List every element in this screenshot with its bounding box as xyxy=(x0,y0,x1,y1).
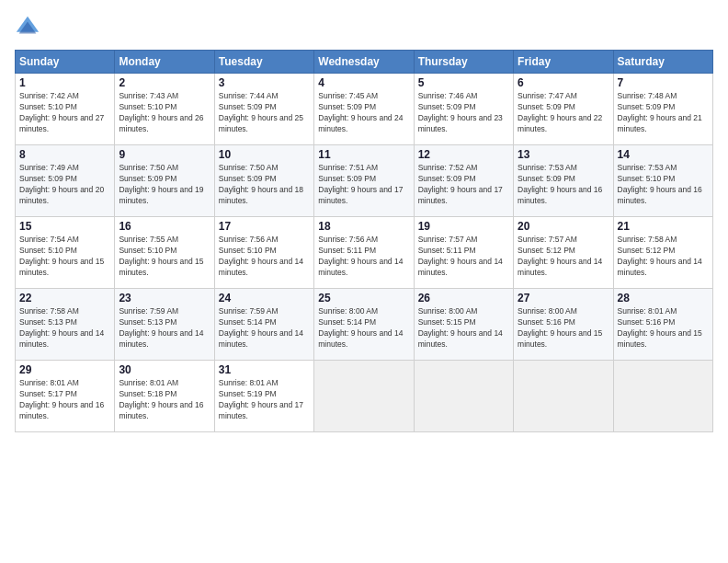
day-cell: 29 Sunrise: 8:01 AMSunset: 5:17 PMDaylig… xyxy=(16,361,115,432)
day-cell: 26 Sunrise: 8:00 AMSunset: 5:15 PMDaylig… xyxy=(414,289,513,361)
day-info: Sunrise: 7:55 AMSunset: 5:10 PMDaylight:… xyxy=(119,235,203,277)
day-cell: 25 Sunrise: 8:00 AMSunset: 5:14 PMDaylig… xyxy=(314,289,414,361)
day-number: 16 xyxy=(119,220,210,233)
day-info: Sunrise: 7:58 AMSunset: 5:13 PMDaylight:… xyxy=(19,306,104,349)
day-number: 8 xyxy=(19,148,110,161)
day-cell: 15 Sunrise: 7:54 AMSunset: 5:10 PMDaylig… xyxy=(16,217,115,289)
day-info: Sunrise: 7:43 AMSunset: 5:10 PMDaylight:… xyxy=(119,91,203,133)
day-info: Sunrise: 8:00 AMSunset: 5:16 PMDaylight:… xyxy=(518,306,602,349)
day-cell: 13 Sunrise: 7:53 AMSunset: 5:09 PMDaylig… xyxy=(514,145,613,217)
week-row-2: 8 Sunrise: 7:49 AMSunset: 5:09 PMDayligh… xyxy=(16,145,713,217)
week-row-5: 29 Sunrise: 8:01 AMSunset: 5:17 PMDaylig… xyxy=(16,361,713,432)
day-cell: 1 Sunrise: 7:42 AMSunset: 5:10 PMDayligh… xyxy=(16,74,115,145)
day-info: Sunrise: 7:42 AMSunset: 5:10 PMDaylight:… xyxy=(19,91,104,133)
day-info: Sunrise: 7:51 AMSunset: 5:09 PMDaylight:… xyxy=(318,163,403,205)
day-cell: 24 Sunrise: 7:59 AMSunset: 5:14 PMDaylig… xyxy=(214,289,313,361)
day-number: 29 xyxy=(19,363,110,376)
day-info: Sunrise: 8:01 AMSunset: 5:19 PMDaylight:… xyxy=(219,378,303,420)
day-cell xyxy=(613,361,712,432)
day-number: 27 xyxy=(518,292,609,304)
day-cell: 5 Sunrise: 7:46 AMSunset: 5:09 PMDayligh… xyxy=(414,74,513,145)
day-cell: 21 Sunrise: 7:58 AMSunset: 5:12 PMDaylig… xyxy=(613,217,712,289)
day-info: Sunrise: 7:57 AMSunset: 5:12 PMDaylight:… xyxy=(518,235,602,277)
day-number: 7 xyxy=(618,76,709,89)
day-number: 15 xyxy=(19,220,110,233)
day-cell: 30 Sunrise: 8:01 AMSunset: 5:18 PMDaylig… xyxy=(115,361,214,432)
weekday-header-sunday: Sunday xyxy=(16,51,115,74)
day-cell: 10 Sunrise: 7:50 AMSunset: 5:09 PMDaylig… xyxy=(214,145,313,217)
weekday-header-friday: Friday xyxy=(514,51,613,74)
day-info: Sunrise: 8:01 AMSunset: 5:17 PMDaylight:… xyxy=(19,378,104,420)
day-info: Sunrise: 7:46 AMSunset: 5:09 PMDaylight:… xyxy=(418,91,503,133)
day-cell: 17 Sunrise: 7:56 AMSunset: 5:10 PMDaylig… xyxy=(214,217,313,289)
weekday-header-thursday: Thursday xyxy=(414,51,513,74)
day-info: Sunrise: 7:56 AMSunset: 5:11 PMDaylight:… xyxy=(318,235,403,277)
day-number: 11 xyxy=(318,148,409,161)
weekday-header-wednesday: Wednesday xyxy=(314,51,414,74)
day-info: Sunrise: 8:00 AMSunset: 5:15 PMDaylight:… xyxy=(418,306,503,349)
week-row-1: 1 Sunrise: 7:42 AMSunset: 5:10 PMDayligh… xyxy=(16,74,713,145)
day-number: 3 xyxy=(219,76,310,89)
day-info: Sunrise: 7:59 AMSunset: 5:14 PMDaylight:… xyxy=(219,306,303,349)
day-info: Sunrise: 7:59 AMSunset: 5:13 PMDaylight:… xyxy=(119,306,203,349)
day-number: 9 xyxy=(119,148,210,161)
day-number: 30 xyxy=(119,363,210,376)
day-cell: 27 Sunrise: 8:00 AMSunset: 5:16 PMDaylig… xyxy=(514,289,613,361)
day-info: Sunrise: 7:54 AMSunset: 5:10 PMDaylight:… xyxy=(19,235,104,277)
day-cell: 3 Sunrise: 7:44 AMSunset: 5:09 PMDayligh… xyxy=(214,74,313,145)
day-number: 24 xyxy=(219,292,310,304)
day-number: 31 xyxy=(219,363,310,376)
weekday-header-tuesday: Tuesday xyxy=(214,51,313,74)
weekday-header-saturday: Saturday xyxy=(613,51,712,74)
day-cell xyxy=(314,361,414,432)
week-row-4: 22 Sunrise: 7:58 AMSunset: 5:13 PMDaylig… xyxy=(16,289,713,361)
day-cell: 8 Sunrise: 7:49 AMSunset: 5:09 PMDayligh… xyxy=(16,145,115,217)
day-number: 1 xyxy=(19,76,110,89)
day-info: Sunrise: 7:56 AMSunset: 5:10 PMDaylight:… xyxy=(219,235,303,277)
day-cell: 31 Sunrise: 8:01 AMSunset: 5:19 PMDaylig… xyxy=(214,361,313,432)
day-number: 17 xyxy=(219,220,310,233)
day-info: Sunrise: 8:01 AMSunset: 5:16 PMDaylight:… xyxy=(618,306,702,349)
header xyxy=(15,15,713,40)
day-number: 18 xyxy=(318,220,409,233)
day-info: Sunrise: 7:44 AMSunset: 5:09 PMDaylight:… xyxy=(219,91,303,133)
day-number: 25 xyxy=(318,292,409,304)
day-info: Sunrise: 7:47 AMSunset: 5:09 PMDaylight:… xyxy=(518,91,602,133)
day-cell: 16 Sunrise: 7:55 AMSunset: 5:10 PMDaylig… xyxy=(115,217,214,289)
day-number: 4 xyxy=(318,76,409,89)
day-info: Sunrise: 7:58 AMSunset: 5:12 PMDaylight:… xyxy=(618,235,702,277)
day-cell: 11 Sunrise: 7:51 AMSunset: 5:09 PMDaylig… xyxy=(314,145,414,217)
day-cell: 22 Sunrise: 7:58 AMSunset: 5:13 PMDaylig… xyxy=(16,289,115,361)
day-cell: 9 Sunrise: 7:50 AMSunset: 5:09 PMDayligh… xyxy=(115,145,214,217)
day-info: Sunrise: 7:50 AMSunset: 5:09 PMDaylight:… xyxy=(219,163,303,205)
day-info: Sunrise: 7:52 AMSunset: 5:09 PMDaylight:… xyxy=(418,163,503,205)
day-info: Sunrise: 7:50 AMSunset: 5:09 PMDaylight:… xyxy=(119,163,203,205)
page-container: SundayMondayTuesdayWednesdayThursdayFrid… xyxy=(0,0,728,563)
logo xyxy=(15,15,44,40)
day-number: 12 xyxy=(418,148,509,161)
day-cell: 2 Sunrise: 7:43 AMSunset: 5:10 PMDayligh… xyxy=(115,74,214,145)
day-cell: 28 Sunrise: 8:01 AMSunset: 5:16 PMDaylig… xyxy=(613,289,712,361)
day-number: 28 xyxy=(618,292,709,304)
day-number: 21 xyxy=(618,220,709,233)
logo-icon xyxy=(15,15,40,40)
day-cell: 4 Sunrise: 7:45 AMSunset: 5:09 PMDayligh… xyxy=(314,74,414,145)
day-info: Sunrise: 7:53 AMSunset: 5:09 PMDaylight:… xyxy=(518,163,602,205)
week-row-3: 15 Sunrise: 7:54 AMSunset: 5:10 PMDaylig… xyxy=(16,217,713,289)
day-number: 14 xyxy=(618,148,709,161)
day-cell: 6 Sunrise: 7:47 AMSunset: 5:09 PMDayligh… xyxy=(514,74,613,145)
day-cell: 12 Sunrise: 7:52 AMSunset: 5:09 PMDaylig… xyxy=(414,145,513,217)
day-info: Sunrise: 7:45 AMSunset: 5:09 PMDaylight:… xyxy=(318,91,403,133)
day-number: 6 xyxy=(518,76,609,89)
weekday-header-monday: Monday xyxy=(115,51,214,74)
day-info: Sunrise: 7:48 AMSunset: 5:09 PMDaylight:… xyxy=(618,91,702,133)
day-number: 23 xyxy=(119,292,210,304)
day-number: 2 xyxy=(119,76,210,89)
day-info: Sunrise: 8:01 AMSunset: 5:18 PMDaylight:… xyxy=(119,378,203,420)
day-number: 22 xyxy=(19,292,110,304)
day-cell: 20 Sunrise: 7:57 AMSunset: 5:12 PMDaylig… xyxy=(514,217,613,289)
day-cell xyxy=(414,361,513,432)
day-info: Sunrise: 8:00 AMSunset: 5:14 PMDaylight:… xyxy=(318,306,403,349)
day-cell: 19 Sunrise: 7:57 AMSunset: 5:11 PMDaylig… xyxy=(414,217,513,289)
day-info: Sunrise: 7:49 AMSunset: 5:09 PMDaylight:… xyxy=(19,163,104,205)
